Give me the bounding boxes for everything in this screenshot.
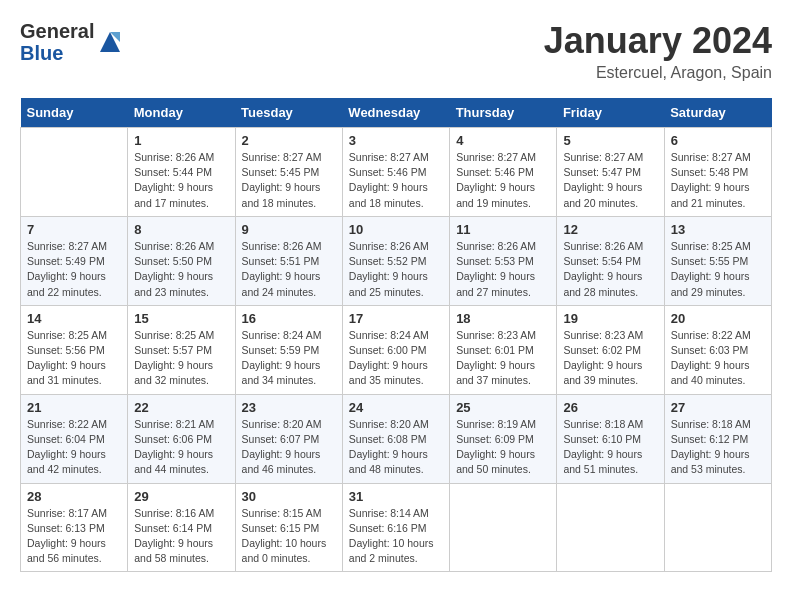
calendar-table: SundayMondayTuesdayWednesdayThursdayFrid… — [20, 98, 772, 572]
calendar-cell: 6Sunrise: 8:27 AM Sunset: 5:48 PM Daylig… — [664, 128, 771, 217]
day-info: Sunrise: 8:25 AM Sunset: 5:57 PM Dayligh… — [134, 328, 228, 389]
day-number: 6 — [671, 133, 765, 148]
day-info: Sunrise: 8:27 AM Sunset: 5:48 PM Dayligh… — [671, 150, 765, 211]
calendar-cell: 24Sunrise: 8:20 AM Sunset: 6:08 PM Dayli… — [342, 394, 449, 483]
day-number: 10 — [349, 222, 443, 237]
day-info: Sunrise: 8:27 AM Sunset: 5:46 PM Dayligh… — [349, 150, 443, 211]
day-info: Sunrise: 8:20 AM Sunset: 6:07 PM Dayligh… — [242, 417, 336, 478]
day-info: Sunrise: 8:22 AM Sunset: 6:04 PM Dayligh… — [27, 417, 121, 478]
week-row-1: 1Sunrise: 8:26 AM Sunset: 5:44 PM Daylig… — [21, 128, 772, 217]
logo-icon — [96, 28, 124, 56]
day-number: 3 — [349, 133, 443, 148]
calendar-header: SundayMondayTuesdayWednesdayThursdayFrid… — [21, 98, 772, 128]
logo-blue: Blue — [20, 42, 63, 64]
day-info: Sunrise: 8:23 AM Sunset: 6:01 PM Dayligh… — [456, 328, 550, 389]
calendar-cell: 29Sunrise: 8:16 AM Sunset: 6:14 PM Dayli… — [128, 483, 235, 572]
calendar-cell: 21Sunrise: 8:22 AM Sunset: 6:04 PM Dayli… — [21, 394, 128, 483]
day-number: 23 — [242, 400, 336, 415]
calendar-cell: 22Sunrise: 8:21 AM Sunset: 6:06 PM Dayli… — [128, 394, 235, 483]
week-row-2: 7Sunrise: 8:27 AM Sunset: 5:49 PM Daylig… — [21, 216, 772, 305]
day-number: 8 — [134, 222, 228, 237]
day-number: 1 — [134, 133, 228, 148]
calendar-cell: 30Sunrise: 8:15 AM Sunset: 6:15 PM Dayli… — [235, 483, 342, 572]
day-info: Sunrise: 8:16 AM Sunset: 6:14 PM Dayligh… — [134, 506, 228, 567]
title-block: January 2024 Estercuel, Aragon, Spain — [544, 20, 772, 82]
day-info: Sunrise: 8:26 AM Sunset: 5:52 PM Dayligh… — [349, 239, 443, 300]
calendar-cell: 3Sunrise: 8:27 AM Sunset: 5:46 PM Daylig… — [342, 128, 449, 217]
calendar-cell: 11Sunrise: 8:26 AM Sunset: 5:53 PM Dayli… — [450, 216, 557, 305]
col-header-saturday: Saturday — [664, 98, 771, 128]
logo-general: General — [20, 20, 94, 42]
day-info: Sunrise: 8:27 AM Sunset: 5:47 PM Dayligh… — [563, 150, 657, 211]
calendar-title: January 2024 — [544, 20, 772, 62]
calendar-cell: 23Sunrise: 8:20 AM Sunset: 6:07 PM Dayli… — [235, 394, 342, 483]
day-number: 11 — [456, 222, 550, 237]
day-info: Sunrise: 8:26 AM Sunset: 5:50 PM Dayligh… — [134, 239, 228, 300]
col-header-monday: Monday — [128, 98, 235, 128]
day-info: Sunrise: 8:27 AM Sunset: 5:49 PM Dayligh… — [27, 239, 121, 300]
calendar-body: 1Sunrise: 8:26 AM Sunset: 5:44 PM Daylig… — [21, 128, 772, 572]
calendar-cell: 13Sunrise: 8:25 AM Sunset: 5:55 PM Dayli… — [664, 216, 771, 305]
day-number: 9 — [242, 222, 336, 237]
day-number: 16 — [242, 311, 336, 326]
day-number: 24 — [349, 400, 443, 415]
col-header-wednesday: Wednesday — [342, 98, 449, 128]
day-number: 12 — [563, 222, 657, 237]
calendar-subtitle: Estercuel, Aragon, Spain — [544, 64, 772, 82]
calendar-cell: 10Sunrise: 8:26 AM Sunset: 5:52 PM Dayli… — [342, 216, 449, 305]
day-info: Sunrise: 8:24 AM Sunset: 6:00 PM Dayligh… — [349, 328, 443, 389]
calendar-cell: 17Sunrise: 8:24 AM Sunset: 6:00 PM Dayli… — [342, 305, 449, 394]
calendar-cell — [664, 483, 771, 572]
calendar-cell — [450, 483, 557, 572]
day-number: 26 — [563, 400, 657, 415]
calendar-cell: 16Sunrise: 8:24 AM Sunset: 5:59 PM Dayli… — [235, 305, 342, 394]
calendar-cell: 28Sunrise: 8:17 AM Sunset: 6:13 PM Dayli… — [21, 483, 128, 572]
day-info: Sunrise: 8:17 AM Sunset: 6:13 PM Dayligh… — [27, 506, 121, 567]
day-info: Sunrise: 8:26 AM Sunset: 5:44 PM Dayligh… — [134, 150, 228, 211]
col-header-thursday: Thursday — [450, 98, 557, 128]
calendar-cell: 31Sunrise: 8:14 AM Sunset: 6:16 PM Dayli… — [342, 483, 449, 572]
day-number: 28 — [27, 489, 121, 504]
calendar-cell: 2Sunrise: 8:27 AM Sunset: 5:45 PM Daylig… — [235, 128, 342, 217]
calendar-cell: 4Sunrise: 8:27 AM Sunset: 5:46 PM Daylig… — [450, 128, 557, 217]
day-number: 13 — [671, 222, 765, 237]
calendar-cell: 20Sunrise: 8:22 AM Sunset: 6:03 PM Dayli… — [664, 305, 771, 394]
calendar-cell: 7Sunrise: 8:27 AM Sunset: 5:49 PM Daylig… — [21, 216, 128, 305]
day-info: Sunrise: 8:26 AM Sunset: 5:54 PM Dayligh… — [563, 239, 657, 300]
week-row-5: 28Sunrise: 8:17 AM Sunset: 6:13 PM Dayli… — [21, 483, 772, 572]
day-number: 21 — [27, 400, 121, 415]
calendar-cell: 8Sunrise: 8:26 AM Sunset: 5:50 PM Daylig… — [128, 216, 235, 305]
day-info: Sunrise: 8:25 AM Sunset: 5:56 PM Dayligh… — [27, 328, 121, 389]
day-info: Sunrise: 8:15 AM Sunset: 6:15 PM Dayligh… — [242, 506, 336, 567]
day-info: Sunrise: 8:27 AM Sunset: 5:45 PM Dayligh… — [242, 150, 336, 211]
calendar-cell — [21, 128, 128, 217]
day-info: Sunrise: 8:18 AM Sunset: 6:12 PM Dayligh… — [671, 417, 765, 478]
day-info: Sunrise: 8:14 AM Sunset: 6:16 PM Dayligh… — [349, 506, 443, 567]
calendar-cell: 1Sunrise: 8:26 AM Sunset: 5:44 PM Daylig… — [128, 128, 235, 217]
day-info: Sunrise: 8:25 AM Sunset: 5:55 PM Dayligh… — [671, 239, 765, 300]
calendar-cell: 5Sunrise: 8:27 AM Sunset: 5:47 PM Daylig… — [557, 128, 664, 217]
day-info: Sunrise: 8:19 AM Sunset: 6:09 PM Dayligh… — [456, 417, 550, 478]
day-number: 2 — [242, 133, 336, 148]
day-number: 17 — [349, 311, 443, 326]
calendar-cell: 14Sunrise: 8:25 AM Sunset: 5:56 PM Dayli… — [21, 305, 128, 394]
day-number: 14 — [27, 311, 121, 326]
day-number: 19 — [563, 311, 657, 326]
col-header-friday: Friday — [557, 98, 664, 128]
day-number: 15 — [134, 311, 228, 326]
calendar-cell: 27Sunrise: 8:18 AM Sunset: 6:12 PM Dayli… — [664, 394, 771, 483]
logo-text: General Blue — [20, 20, 94, 64]
day-number: 25 — [456, 400, 550, 415]
day-info: Sunrise: 8:24 AM Sunset: 5:59 PM Dayligh… — [242, 328, 336, 389]
day-number: 31 — [349, 489, 443, 504]
calendar-cell: 26Sunrise: 8:18 AM Sunset: 6:10 PM Dayli… — [557, 394, 664, 483]
calendar-cell: 18Sunrise: 8:23 AM Sunset: 6:01 PM Dayli… — [450, 305, 557, 394]
day-info: Sunrise: 8:18 AM Sunset: 6:10 PM Dayligh… — [563, 417, 657, 478]
day-info: Sunrise: 8:23 AM Sunset: 6:02 PM Dayligh… — [563, 328, 657, 389]
calendar-cell — [557, 483, 664, 572]
day-number: 29 — [134, 489, 228, 504]
calendar-cell: 25Sunrise: 8:19 AM Sunset: 6:09 PM Dayli… — [450, 394, 557, 483]
day-number: 22 — [134, 400, 228, 415]
day-info: Sunrise: 8:27 AM Sunset: 5:46 PM Dayligh… — [456, 150, 550, 211]
day-info: Sunrise: 8:21 AM Sunset: 6:06 PM Dayligh… — [134, 417, 228, 478]
